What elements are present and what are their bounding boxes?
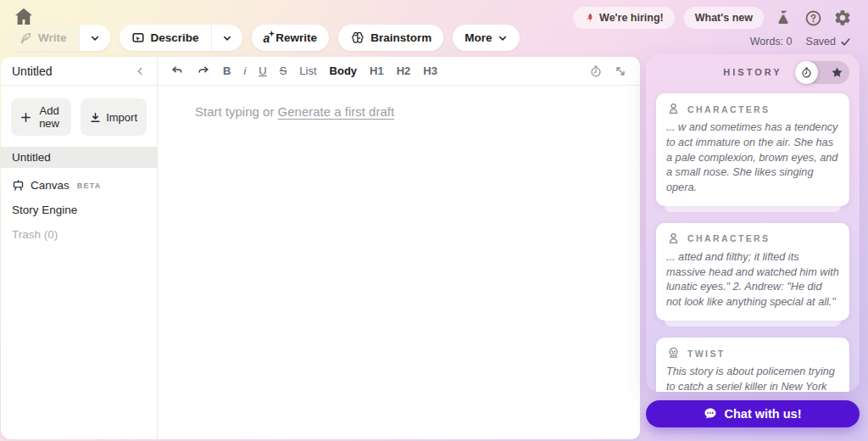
rewrite-button[interactable]: a Rewrite xyxy=(252,25,330,51)
chevron-down-icon xyxy=(498,33,508,43)
expand-editor-button[interactable] xyxy=(614,64,627,78)
describe-label: Describe xyxy=(151,31,199,44)
saved-label: Saved xyxy=(806,36,836,47)
brainstorm-label: Brainstorm xyxy=(370,31,431,44)
person-icon xyxy=(666,102,681,116)
star-icon xyxy=(831,66,843,79)
import-button[interactable]: Import xyxy=(81,98,147,136)
chat-bubble-icon xyxy=(704,407,717,421)
more-button-pill: More xyxy=(453,25,520,51)
editor-content[interactable]: Start typing or Generate a first draft xyxy=(158,86,640,119)
redo-button[interactable] xyxy=(197,64,210,78)
help-button[interactable] xyxy=(803,8,823,28)
italic-button[interactable]: i xyxy=(243,64,246,77)
clock-icon xyxy=(800,66,813,79)
card-stack-peek xyxy=(665,206,841,212)
write-split-button: Write xyxy=(7,25,110,51)
editor-placeholder: Start typing or xyxy=(195,104,278,119)
history-card-type: CHARACTERS xyxy=(687,233,771,243)
h1-button[interactable]: H1 xyxy=(370,64,384,77)
history-card[interactable]: CHARACTERS ... atted and filthy; it lift… xyxy=(656,223,849,321)
more-button[interactable]: More xyxy=(453,25,520,51)
flask-icon xyxy=(775,9,792,26)
h3-button[interactable]: H3 xyxy=(423,64,437,77)
chat-with-us-button[interactable]: Chat with us! xyxy=(646,400,860,427)
collapse-sidebar-button[interactable] xyxy=(134,65,146,77)
history-card[interactable]: CHARACTERS ... w and sometimes has a ten… xyxy=(656,93,849,206)
beta-badge: BETA xyxy=(77,181,102,190)
history-card-type: TWIST xyxy=(687,349,726,359)
brainstorm-button-pill: Brainstorm xyxy=(338,25,443,51)
hiring-badge[interactable]: We're hiring! xyxy=(573,7,675,29)
describe-button[interactable]: Describe xyxy=(120,25,211,51)
sidebar-item-canvas[interactable]: Canvas BETA xyxy=(1,175,157,196)
feather-icon xyxy=(19,31,32,45)
brainstorm-button[interactable]: Brainstorm xyxy=(338,25,443,51)
document-title: Untitled xyxy=(12,64,52,78)
history-tab-button[interactable] xyxy=(795,61,818,84)
experiments-button[interactable] xyxy=(773,8,793,28)
workspace-card: Untitled Add new Import Untitled xyxy=(1,57,640,439)
editor: B i U S List Body H1 H2 H3 xyxy=(158,57,640,439)
sidebar-item-label: Untitled xyxy=(12,151,51,164)
add-new-button[interactable]: Add new xyxy=(11,98,71,136)
sidebar-item-story-engine[interactable]: Story Engine xyxy=(1,199,157,220)
history-favorites-toggle xyxy=(795,61,849,84)
sidebar-item-label: Trash (0) xyxy=(12,228,58,241)
list-button[interactable]: List xyxy=(299,64,316,77)
sidebar-item-trash[interactable]: Trash (0) xyxy=(1,224,157,245)
rewrite-icon: a xyxy=(264,31,270,45)
add-new-label: Add new xyxy=(36,104,62,130)
history-panel: HISTORY CHARACTERS ... w and someti xyxy=(646,54,860,392)
hiring-badge-label: We're hiring! xyxy=(599,12,664,24)
h2-button[interactable]: H2 xyxy=(397,64,411,77)
crystal-ball-icon xyxy=(666,346,681,360)
history-card[interactable]: TWIST This story is about policemen tryi… xyxy=(656,338,849,392)
whats-new-label: What's new xyxy=(695,12,753,24)
rocket-icon xyxy=(584,13,594,23)
write-button[interactable]: Write xyxy=(7,25,79,51)
help-icon xyxy=(804,9,822,27)
write-label: Write xyxy=(38,31,67,44)
saved-check-icon xyxy=(840,36,851,47)
underline-button[interactable]: U xyxy=(259,64,266,77)
editor-toolbar: B i U S List Body H1 H2 H3 xyxy=(158,57,640,86)
favorites-tab-button[interactable] xyxy=(831,66,843,79)
import-label: Import xyxy=(106,111,137,124)
more-label: More xyxy=(465,31,492,44)
version-history-button[interactable] xyxy=(589,64,603,78)
person-icon xyxy=(666,232,681,246)
sidebar-item-untitled[interactable]: Untitled xyxy=(1,147,157,168)
word-count: Words: 0 xyxy=(750,36,793,47)
tools-toolbar: Write Describe a Rewrite xyxy=(7,25,520,51)
rewrite-button-pill: a Rewrite xyxy=(252,25,330,51)
undo-button[interactable] xyxy=(170,64,184,78)
history-card-text: This story is about policemen trying to … xyxy=(666,365,839,392)
expand-icon xyxy=(614,64,627,78)
card-stack-peek xyxy=(665,321,841,327)
easel-icon xyxy=(12,179,25,192)
strikethrough-button[interactable]: S xyxy=(280,64,287,77)
describe-dropdown-chevron[interactable] xyxy=(211,25,242,51)
plus-icon xyxy=(20,112,31,123)
chevron-down-icon xyxy=(222,33,232,43)
history-card-text: ... atted and filthy; it lifted its mass… xyxy=(666,250,839,310)
describe-icon xyxy=(131,31,145,45)
history-card-text: ... w and sometimes has a tendency to ac… xyxy=(666,120,839,196)
whats-new-badge[interactable]: What's new xyxy=(684,7,764,29)
rewrite-label: Rewrite xyxy=(275,31,317,44)
sidebar-item-label: Story Engine xyxy=(12,204,77,216)
download-icon xyxy=(90,112,101,123)
brain-icon xyxy=(350,31,364,45)
settings-button[interactable] xyxy=(832,8,853,28)
write-dropdown-chevron[interactable] xyxy=(79,25,110,51)
chat-button-label: Chat with us! xyxy=(724,407,801,421)
body-style-button[interactable]: Body xyxy=(330,64,358,77)
bold-button[interactable]: B xyxy=(223,64,231,77)
chevron-down-icon xyxy=(90,33,100,43)
gear-icon xyxy=(833,8,852,27)
topbar-right: We're hiring! What's new xyxy=(573,7,853,29)
sidebar-item-label: Canvas xyxy=(31,179,70,192)
generate-first-draft-link[interactable]: Generate a first draft xyxy=(278,104,395,119)
sidebar: Untitled Add new Import Untitled xyxy=(1,57,158,439)
